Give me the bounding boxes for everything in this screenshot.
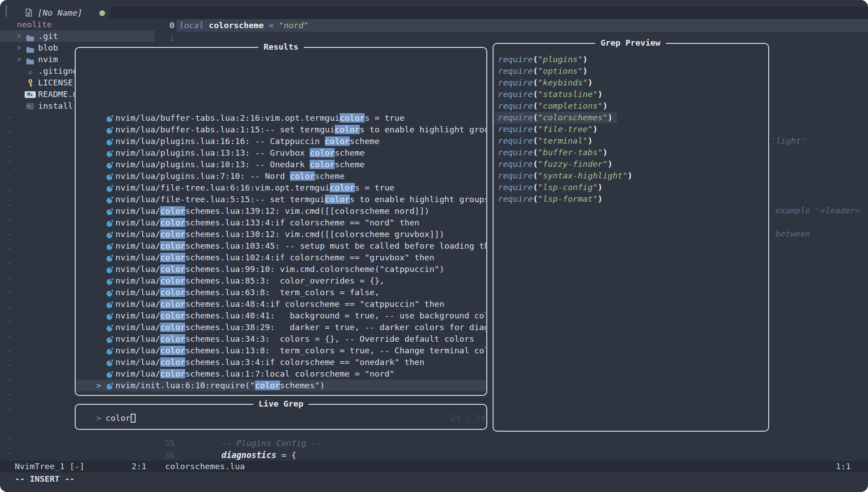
result-row[interactable]: nvim/lua/colorschemes.lua:63:8: term_col…	[76, 287, 486, 298]
search-input[interactable]: color	[106, 412, 131, 424]
match-highlight: color	[160, 288, 185, 297]
match-highlight: color	[160, 357, 185, 367]
result-row[interactable]: nvim/lua/colorschemes.lua:99:10: vim.cmd…	[76, 263, 486, 275]
tilde-empty-line-marker: ~	[6, 243, 11, 254]
result-text-post: schemes.lua:40:41: background = true, --…	[185, 311, 486, 320]
result-row[interactable]: nvim/lua/buffer-tabs.lua:1:15:-- set ter…	[76, 124, 486, 136]
tilde-empty-line-marker: ~	[6, 127, 11, 138]
result-row[interactable]: nvim/lua/colorschemes.lua:3:4:if colorsc…	[76, 356, 486, 368]
result-text: nvim/lua/colorschemes.lua:13:8: term_col…	[115, 345, 486, 356]
text-cursor	[131, 414, 136, 423]
paren-close: )	[583, 55, 587, 64]
result-text-pre: nvim/lua/file-tree.lua:6:16:vim.opt.term…	[115, 183, 330, 192]
preview-line[interactable]: require("fuzzy-finder")	[495, 158, 617, 170]
module-string: "keybinds"	[538, 78, 587, 87]
result-row[interactable]: nvim/lua/colorschemes.lua:48:4:if colors…	[76, 298, 486, 310]
module-string: "file-tree"	[538, 124, 593, 134]
preview-line[interactable]: require("lsp-config")	[495, 182, 607, 193]
lua-file-icon	[106, 358, 114, 366]
preview-line[interactable]: require("lsp-format")	[495, 193, 607, 205]
chevron-right-icon[interactable]: >	[17, 42, 21, 54]
result-text-pre: nvim/lua/	[115, 253, 160, 262]
buffer-tab-label[interactable]: [No Name]	[38, 7, 82, 19]
document-icon	[26, 8, 32, 16]
file-tree-root[interactable]: neolite	[17, 19, 52, 30]
result-text: nvim/lua/colorschemes.lua:3:4:if colorsc…	[115, 356, 425, 368]
paren-open: (	[533, 55, 538, 64]
code-token: =	[264, 21, 278, 30]
editor-fragment-text: example '<leader>	[775, 205, 860, 216]
result-row[interactable]: nvim/lua/colorschemes.lua:85:3: color_ov…	[76, 275, 486, 287]
lua-file-icon	[106, 219, 114, 226]
result-row[interactable]: nvim/lua/file-tree.lua:6:16:vim.opt.term…	[76, 182, 486, 194]
result-text: nvim/lua/plugins.lua:13:13: -- Gruvbox c…	[115, 147, 365, 159]
left-accent-bar	[5, 5, 7, 17]
result-row[interactable]: nvim/lua/colorschemes.lua:103:45: -- set…	[76, 240, 486, 252]
preview-line[interactable]: require("statusline")	[495, 89, 607, 100]
tilde-empty-line-marker: ~	[6, 170, 11, 182]
result-row[interactable]: nvim/lua/colorschemes.lua:34:3: colors =…	[76, 333, 486, 345]
result-row[interactable]: nvim/lua/colorschemes.lua:102:4:if color…	[76, 252, 486, 263]
preview-line[interactable]: require("terminal")	[495, 135, 597, 147]
result-text-post: scheme	[315, 171, 345, 181]
paren-close: )	[588, 136, 593, 145]
result-text-pre: nvim/lua/plugins.lua:7:10: -- Nord	[115, 171, 290, 181]
result-text: nvim/lua/buffer-tabs.lua:1:15:-- set ter…	[115, 124, 486, 136]
result-row[interactable]: nvim/lua/colorschemes.lua:38:29: darker …	[76, 322, 486, 333]
editor-code-line[interactable]: -- Plugins Config --	[221, 437, 321, 449]
result-text-pre: nvim/lua/	[115, 206, 160, 216]
result-row[interactable]: nvim/lua/colorschemes.lua:139:12: vim.cm…	[76, 205, 486, 217]
module-string: "fuzzy-finder"	[538, 159, 608, 169]
code-token: local	[179, 21, 209, 30]
lua-file-icon	[106, 277, 114, 284]
lua-file-icon	[106, 184, 114, 191]
preview-line[interactable]: require("keybinds")	[495, 77, 597, 89]
chevron-right-icon[interactable]: >	[17, 30, 21, 42]
code-token: colorscheme	[209, 21, 264, 30]
result-row[interactable]: nvim/lua/plugins.lua:13:13: -- Gruvbox c…	[76, 147, 486, 159]
lua-file-icon	[106, 242, 114, 250]
preview-line-content: require("colorschemes")	[495, 112, 617, 123]
tree-item-label: LICENSE	[38, 77, 73, 89]
paren-open: (	[533, 78, 538, 87]
lua-file-icon	[106, 195, 114, 203]
result-row[interactable]: nvim/lua/colorschemes.lua:133:4:if color…	[76, 217, 486, 229]
require-keyword: require	[498, 148, 533, 157]
mode-indicator: -- INSERT --	[15, 473, 75, 485]
preview-line[interactable]: require("plugins")	[495, 54, 592, 65]
paren-close: )	[593, 124, 598, 134]
result-text-post: schemes.lua:139:12: vim.cmd([[colorschem…	[185, 206, 430, 216]
result-row[interactable]: nvim/lua/plugins.lua:16:16: -- Catppucci…	[76, 136, 486, 147]
result-row[interactable]: >nvim/init.lua:6:10:require("colorscheme…	[76, 380, 486, 391]
result-row[interactable]: nvim/lua/colorschemes.lua:13:8: term_col…	[76, 345, 486, 356]
tree-item--git[interactable]: >.git	[0, 30, 154, 42]
paren-close: )	[598, 89, 603, 99]
preview-line[interactable]: require("file-tree")	[495, 123, 602, 135]
chevron-right-icon[interactable]: >	[17, 54, 21, 65]
editor-code-line[interactable]: diagnostics = {	[221, 450, 296, 461]
result-text-pre: nvim/lua/	[115, 369, 160, 378]
result-row[interactable]: nvim/lua/colorschemes.lua:40:41: backgro…	[76, 310, 486, 322]
preview-line[interactable]: require("syntax-highlight")	[495, 170, 637, 182]
result-row[interactable]: nvim/lua/plugins.lua:7:10: -- Nord color…	[76, 170, 486, 182]
require-keyword: require	[498, 55, 533, 64]
statusline-ruler: 1:1	[836, 461, 851, 472]
terminal-icon: >_	[26, 103, 34, 110]
lua-file-icon	[106, 137, 114, 145]
tilde-empty-line-marker: ~	[6, 258, 11, 269]
result-row[interactable]: nvim/lua/file-tree.lua:5:15:-- set termg…	[76, 194, 486, 205]
result-row[interactable]: nvim/lua/colorschemes.lua:130:12: vim.cm…	[76, 229, 486, 240]
preview-line[interactable]: require("colorschemes")	[495, 112, 617, 123]
paren-open: (	[533, 101, 538, 110]
result-text-post: schemes.lua:99:10: vim.cmd.colorscheme("…	[185, 264, 444, 274]
editor-code-line[interactable]: local colorscheme = "nord"	[179, 19, 309, 32]
module-string: "syntax-highlight"	[538, 171, 627, 180]
preview-line[interactable]: require("completions")	[495, 100, 612, 112]
match-highlight: color	[325, 195, 350, 204]
preview-line[interactable]: require("options")	[495, 65, 592, 77]
result-row[interactable]: nvim/lua/buffer-tabs.lua:2:16:vim.opt.te…	[76, 112, 486, 124]
result-row[interactable]: nvim/lua/plugins.lua:10:13: -- Onedark c…	[76, 159, 486, 170]
result-row[interactable]: nvim/lua/colorschemes.lua:1:7:local colo…	[76, 368, 486, 380]
preview-line[interactable]: require("buffer-tabs")	[495, 147, 612, 158]
result-text-pre: nvim/lua/buffer-tabs.lua:2:16:vim.opt.te…	[115, 113, 340, 123]
